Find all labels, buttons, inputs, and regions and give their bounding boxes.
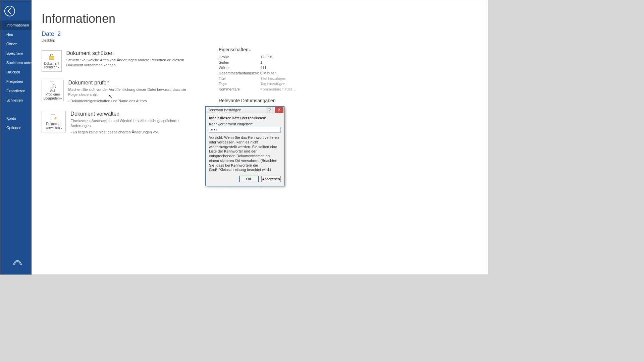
password-label: Kennwort erneut eingeben: [209, 122, 281, 126]
backstage-nav: InformationenNeuÖffnenSpeichernSpeichern… [0, 20, 32, 132]
manage-document-tile[interactable]: Dokument verwalten [42, 111, 66, 132]
prop-key: Tags [219, 82, 260, 86]
manage-icon [49, 113, 58, 121]
prop-val[interactable]: Kommentare hinzuf… [260, 87, 296, 91]
nav-item-1[interactable]: Neu [0, 30, 32, 39]
nav-item-b0[interactable]: Konto [0, 114, 32, 123]
prop-row[interactable]: KommentareKommentare hinzuf… [219, 86, 339, 92]
svg-rect-4 [51, 115, 55, 120]
inspect-tile-label: Auf Probleme überprüfen [43, 89, 62, 101]
prop-row[interactable]: TagsTag hinzufügen [219, 81, 339, 86]
dialog-close-button[interactable]: ✕ [275, 107, 283, 113]
dates-heading: Relevante Datumsangaben [219, 98, 339, 103]
nav-item-2[interactable]: Öffnen [0, 39, 32, 49]
prop-val: 0 Minuten [260, 71, 276, 75]
password-warning: Vorsicht: Wenn Sie das Kennwort verliere… [209, 135, 281, 172]
nav-item-5[interactable]: Drucken [0, 67, 32, 77]
properties-table: Größe12,6KBSeiten1Wörter411Gesamtbearbei… [219, 54, 339, 92]
properties-heading[interactable]: Eigenschaften [219, 47, 339, 52]
document-location: Desktop [42, 38, 478, 42]
nav-item-6[interactable]: Freigeben [0, 77, 32, 86]
document-title: Datei 2 [42, 31, 478, 38]
dialog-cancel-button[interactable]: Abbrechen [261, 176, 281, 182]
prop-row: Größe12,6KB [219, 54, 339, 60]
dialog-title: Kennwort bestätigen [206, 108, 266, 112]
inspect-icon [48, 81, 57, 88]
nav-item-0[interactable]: Informationen [0, 20, 32, 30]
protect-heading: Dokument schützen [66, 50, 199, 56]
nav-item-8[interactable]: Schließen [0, 96, 32, 105]
prop-key: Wörter [219, 66, 260, 70]
nav-item-4[interactable]: Speichern unter [0, 58, 32, 67]
dialog-titlebar: Kennwort bestätigen ? ✕ [206, 107, 284, 113]
prop-key: Seiten [219, 60, 260, 64]
prop-key: Kommentare [219, 87, 260, 91]
backstage-sidebar: InformationenNeuÖffnenSpeichernSpeichern… [0, 0, 32, 275]
word-backstage-window: Datei 2.docx - Word ? — ▢ ✕ Anmelden Inf… [0, 0, 488, 275]
prop-val: 411 [260, 66, 266, 70]
svg-rect-0 [49, 56, 54, 60]
inspect-bullet: Dokumenteigenschaften und Name des Autor… [68, 99, 199, 103]
svg-line-3 [55, 87, 56, 88]
manage-tile-label: Dokument verwalten [43, 122, 64, 130]
prop-key: Titel [219, 76, 260, 80]
inspect-document-tile[interactable]: Auf Probleme überprüfen [42, 80, 64, 101]
confirm-password-dialog: Kennwort bestätigen ? ✕ Inhalt dieser Da… [205, 106, 284, 186]
protect-document-tile[interactable]: Dokument schützen [42, 50, 62, 72]
protect-tile-label: Dokument schützen [43, 62, 60, 69]
prop-val[interactable]: Tag hinzufügen [260, 82, 285, 86]
lock-icon [47, 53, 56, 61]
nav-item-b1[interactable]: Optionen [0, 123, 32, 132]
inspect-desc: Machen Sie sich vor der Veröffentlichung… [68, 87, 199, 98]
nav-item-3[interactable]: Speichern [0, 49, 32, 58]
prop-row: Wörter411 [219, 65, 339, 70]
manage-desc: Einchecken, Auschecken und Wiederherstel… [70, 118, 199, 129]
prop-key: Gesamtbearbeitungszeit [219, 71, 260, 75]
manage-heading: Dokument verwalten [70, 111, 199, 117]
password-input[interactable] [209, 127, 281, 133]
inspect-heading: Dokument prüfen [68, 80, 199, 86]
prop-row: Gesamtbearbeitungszeit0 Minuten [219, 70, 339, 76]
dialog-heading: Inhalt dieser Datei verschlüsseln [209, 116, 281, 120]
manage-none: Es liegen keine nicht gespeicherten Ände… [70, 130, 199, 134]
prop-row: Seiten1 [219, 60, 339, 65]
back-button[interactable] [4, 6, 15, 16]
prop-key: Größe [219, 55, 260, 59]
nav-item-7[interactable]: Exportieren [0, 86, 32, 96]
protect-desc: Steuern Sie, welche Arten von Änderungen… [66, 58, 199, 68]
dialog-help-button[interactable]: ? [266, 107, 273, 113]
dialog-ok-button[interactable]: OK [239, 176, 259, 182]
prop-val[interactable]: Titel hinzufügen [260, 76, 286, 80]
page-title: Informationen [42, 12, 478, 26]
prop-val: 1 [260, 60, 262, 64]
brand-logo-icon [10, 253, 25, 268]
prop-val: 12,6KB [260, 55, 272, 59]
prop-row[interactable]: TitelTitel hinzufügen [219, 76, 339, 81]
